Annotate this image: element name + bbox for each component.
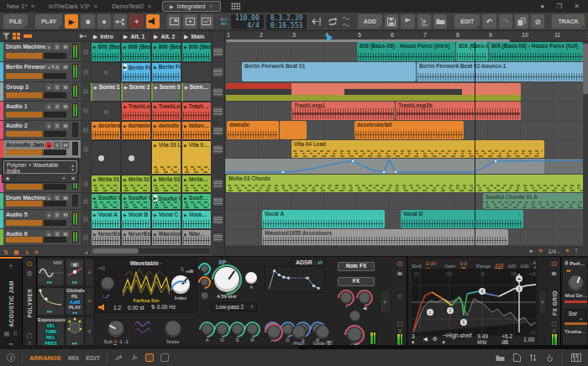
arranger-clip[interactable]: 808 (Bass-08)	[456, 42, 488, 61]
piano-keyboard-icon[interactable]	[571, 353, 581, 362]
arranger-v-scrollbar[interactable]	[583, 42, 588, 246]
play-scene-icon[interactable]: ▶	[123, 34, 128, 40]
add-mapping-icon[interactable]: +	[62, 175, 66, 182]
notification-dot-icon[interactable]: ●	[540, 3, 544, 10]
mute-button[interactable]: M	[62, 123, 69, 129]
solo-button[interactable]: S	[54, 103, 60, 110]
solo-button[interactable]: S	[54, 44, 60, 50]
panel-toggle-mixer-icon[interactable]	[160, 353, 169, 362]
sub-octave-0[interactable]: 0	[113, 339, 116, 345]
stop-clips-button[interactable]	[213, 127, 223, 135]
mute-button[interactable]: M	[62, 84, 69, 91]
filter-tracks-icon[interactable]	[3, 33, 10, 39]
arranger-clip[interactable]: Berlin Firework Beat 02-bounce-1	[417, 62, 588, 81]
oscillator-title[interactable]: Wavetable ·	[96, 260, 197, 266]
track-expand-cell[interactable]	[81, 193, 91, 210]
mod-arrow-icon[interactable]: ⤻	[102, 292, 110, 301]
play-button[interactable]: ▶	[65, 14, 78, 29]
play-scene-icon[interactable]: ▶	[93, 34, 97, 40]
device-mapping-selector[interactable]: Polymer + WavetableIndex ▲▼ ★ + ✕	[2, 159, 79, 183]
add-panel-layout-button[interactable]	[183, 14, 197, 29]
mod-depth-knob[interactable]	[568, 275, 584, 291]
edit-menu-button[interactable]: EDIT	[454, 14, 480, 29]
arranger-clip[interactable]: Soulful Chords 01 A	[483, 193, 588, 209]
mixer-layout-button[interactable]	[200, 14, 213, 29]
launcher-clip[interactable]: ▶Trash…	[181, 102, 212, 121]
clip-fold-icon[interactable]: ⌄	[378, 210, 382, 216]
browser-icon[interactable]	[496, 354, 505, 362]
record-arm-button[interactable]: ●	[45, 103, 52, 110]
routing-icon[interactable]	[114, 353, 123, 362]
note-fx-button[interactable]: Note FX	[338, 262, 375, 271]
osc-ratio-value[interactable]: 1:2	[113, 305, 121, 311]
track-expand-cell[interactable]	[81, 82, 91, 102]
mute-button[interactable]: M	[62, 44, 69, 50]
record-button[interactable]: ●	[97, 14, 111, 29]
track-expand-cell[interactable]	[81, 140, 91, 159]
project-tab[interactable]: DemoTest2✕	[105, 0, 159, 13]
track-expand-cell[interactable]	[81, 210, 91, 229]
track-expand-cell[interactable]	[81, 229, 91, 246]
play-menu-button[interactable]: PLAY	[35, 14, 62, 29]
arranger-clip[interactable]: Berlin Firework Beat 01	[242, 62, 416, 81]
flag-icon-button[interactable]	[401, 14, 414, 29]
redo-button[interactable]: ↷	[499, 14, 512, 29]
eq-range-30[interactable]: ±30	[520, 264, 528, 269]
resize-tracks-icon[interactable]: ⇅	[3, 249, 8, 256]
launcher-clip[interactable]: ▶dorianindu…	[121, 121, 151, 140]
solo-button[interactable]: S	[54, 84, 60, 91]
delete-icon[interactable]: ✕	[34, 249, 39, 256]
device-power-icon[interactable]: ⏻	[397, 260, 402, 269]
volume-fader[interactable]	[6, 112, 66, 118]
launcher-clip[interactable]: ▶Berlin Fire…	[151, 62, 181, 82]
collapse-arrow-icon[interactable]: ◂	[84, 249, 91, 256]
punch-in-button[interactable]: +	[129, 14, 143, 29]
automation-lane[interactable]	[225, 159, 588, 175]
dashboard-icon[interactable]	[231, 3, 240, 10]
eq-band-q-value[interactable]: 1.00	[523, 337, 534, 342]
volume-fader[interactable]	[6, 184, 66, 190]
edit-view-button[interactable]: EDIT	[86, 354, 100, 362]
launcher-clip[interactable]: ▶Scene 2	[121, 82, 151, 102]
record-arm-button[interactable]: ●	[45, 212, 52, 218]
eq-prev-band-icon[interactable]: ◀	[423, 336, 428, 342]
scene-column-header[interactable]: ▶Intro	[91, 31, 121, 42]
modulator-lfo[interactable]: MW ●●	[37, 259, 65, 286]
launcher-clip[interactable]: ▶808 (Bass-…	[121, 42, 151, 62]
launcher-clip[interactable]: ▶Vita 0…	[181, 140, 212, 175]
launcher-clip[interactable]: ▶Mella 01 C…	[91, 175, 121, 193]
launcher-clip[interactable]: ▶Vocal B	[121, 210, 151, 229]
scene-column-header[interactable]: ▶Alt. 1	[121, 31, 151, 42]
empty-clip-slot[interactable]	[181, 62, 212, 82]
launcher-clip[interactable]: ▶Wav…	[181, 229, 212, 246]
pitch-knob[interactable]	[292, 326, 306, 339]
adsr-knob-s[interactable]	[232, 324, 243, 335]
track-header[interactable]: Audio 6●SM	[0, 229, 81, 246]
io-panel-icon[interactable]	[529, 353, 537, 362]
track-header[interactable]: Audio 5●SM	[0, 210, 81, 229]
launcher-view-icon[interactable]	[13, 33, 21, 39]
launcher-clip[interactable]: ▶Voca…	[181, 210, 212, 229]
cancel-button[interactable]: ⊘	[531, 14, 544, 29]
export-icon-button[interactable]	[417, 14, 431, 29]
stop-clips-button[interactable]	[213, 68, 223, 76]
track-menu-button[interactable]: TRACK	[552, 14, 585, 29]
project-tab[interactable]: InTheDark V3*✕	[42, 0, 105, 13]
modulator-dice[interactable]: ●●	[66, 316, 84, 347]
track-header[interactable]: Drum Machine●SM	[0, 193, 81, 210]
track-header[interactable]: Audio 1●SM	[0, 102, 81, 121]
remote-controls-icon[interactable]: ▢	[551, 321, 557, 327]
fx-grid-device-header[interactable]: ⏻ 🖿 FX GRID ▢ ⠿	[548, 257, 561, 349]
track-expand-cell[interactable]	[81, 62, 91, 82]
fx-send-knob-1[interactable]	[340, 292, 352, 304]
folder-icon-button[interactable]	[433, 14, 447, 29]
remote-controls-icon[interactable]: ▢	[27, 332, 33, 339]
record-clip-slot[interactable]	[91, 140, 121, 175]
track-expand-cell[interactable]	[81, 102, 91, 121]
loop-icon[interactable]	[326, 14, 339, 29]
volume-fader[interactable]	[6, 149, 66, 155]
launcher-clip[interactable]: ▶Scen…	[181, 82, 212, 102]
adsr-knob-a[interactable]	[202, 324, 213, 335]
unison-icon[interactable]: ⇥1	[97, 265, 106, 272]
scene-column-header[interactable]: ▶Alt. 2	[151, 31, 181, 42]
